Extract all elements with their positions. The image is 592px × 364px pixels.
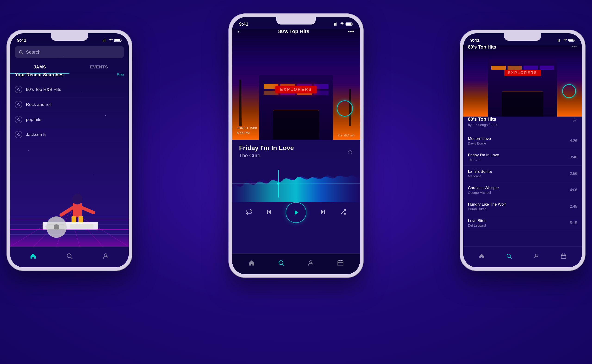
svg-rect-6 (115, 39, 120, 41)
track-artist-5: Def Leppard (468, 224, 570, 227)
track-item-2[interactable]: La Isla Bonita Madonna 2:56 (463, 166, 582, 182)
track-item-3[interactable]: Careless Whisper George Michael 4:06 (463, 182, 582, 198)
more-button-center[interactable]: ••• (348, 29, 354, 34)
track-duration-3: 4:06 (570, 188, 577, 192)
recent-header: Your Recent Searches See (15, 72, 124, 78)
phone-right: 9:41 80's Top Hits ••• (460, 30, 585, 271)
dj-illustration (10, 150, 129, 247)
playlist-info: 80's Top Hits by F • Songs / 2020 (468, 117, 577, 127)
next-button[interactable] (320, 208, 326, 217)
search-placeholder: Search (26, 50, 40, 55)
svg-marker-60 (321, 209, 324, 214)
back-button[interactable]: ‹ (238, 28, 240, 35)
status-time-right: 9:41 (470, 38, 480, 43)
svg-line-15 (19, 120, 20, 121)
search-item-1[interactable]: Rock and roll (15, 97, 124, 112)
svg-point-4 (110, 40, 111, 41)
phone-center: 9:41 ‹ 80's Top Hits ••• (229, 14, 363, 278)
nav-home-right[interactable] (477, 252, 486, 260)
nav-home-left[interactable] (29, 252, 37, 260)
svg-rect-30 (73, 203, 82, 217)
nav-search-center[interactable] (277, 259, 285, 267)
svg-rect-71 (558, 39, 559, 42)
now-playing-header: Friday I'm In Love The Cure ☆ (239, 144, 353, 159)
track-name-3: Careless Whisper (468, 186, 570, 190)
track-info-4: Hungry Like The Wolf Duran Duran (468, 202, 570, 211)
svg-point-66 (310, 261, 312, 263)
shuffle-button[interactable] (340, 208, 346, 217)
bottom-nav-left (10, 247, 129, 267)
track-name-1: Friday I'm In Love (468, 153, 570, 157)
header-title-center: 80's Top Hits (278, 28, 309, 34)
track-item-0[interactable]: Modern Love David Bowie 4:26 (463, 133, 582, 149)
nav-calendar-center[interactable] (336, 259, 345, 267)
svg-line-35 (82, 208, 93, 213)
album-art-center: EXPLORERS JUN 21 1988 8:55 PM The Midnig… (232, 29, 360, 140)
track-duration-4: 2:45 (570, 204, 577, 208)
track-info-0: Modern Love David Bowie (468, 136, 570, 145)
svg-rect-77 (574, 39, 575, 41)
nav-profile-left[interactable] (102, 252, 110, 260)
svg-marker-59 (295, 210, 299, 215)
top-bar-center: ‹ 80's Top Hits ••• (232, 28, 360, 35)
search-item-3[interactable]: Jackson 5 (15, 127, 124, 142)
svg-line-11 (19, 90, 20, 91)
playlist-name: 80's Top Hits (468, 117, 496, 122)
svg-line-79 (510, 257, 512, 258)
svg-line-13 (19, 105, 20, 106)
status-icons-left (103, 39, 122, 42)
svg-point-80 (535, 254, 537, 256)
search-item-text-2: pop hits (26, 117, 41, 122)
track-item-4[interactable]: Hungry Like The Wolf Duran Duran 2:45 (463, 198, 582, 215)
svg-point-74 (565, 40, 565, 41)
svg-rect-73 (559, 39, 560, 42)
search-item-text-3: Jackson 5 (26, 132, 46, 137)
tab-events[interactable]: EVENTS (69, 61, 129, 74)
track-item-1[interactable]: Friday I'm In Love The Cure 3:40 (463, 149, 582, 166)
search-item-text-0: 80's Top R&B Hits (26, 87, 61, 92)
nav-home-center[interactable] (247, 259, 256, 267)
svg-rect-29 (10, 234, 129, 247)
track-artist-3: George Michael (468, 191, 570, 195)
tab-jams[interactable]: JAMS (10, 61, 69, 74)
svg-rect-38 (70, 224, 93, 228)
repeat-button[interactable] (246, 208, 252, 217)
search-bar[interactable]: Search (15, 46, 124, 58)
signature: The Midnight (338, 134, 355, 137)
nav-calendar-right[interactable] (559, 252, 568, 260)
search-item-icon-0 (15, 86, 22, 93)
track-item-5[interactable]: Love Bites Def Leppard 5:15 (463, 215, 582, 231)
notch-center (276, 17, 316, 25)
see-all-link[interactable]: See (117, 72, 124, 77)
nav-search-left[interactable] (65, 252, 74, 260)
svg-marker-57 (268, 209, 271, 214)
track-artist-2: Madonna (468, 174, 570, 178)
play-button[interactable] (286, 202, 306, 223)
status-icons-right (558, 39, 575, 42)
recent-title: Your Recent Searches (15, 72, 64, 78)
track-duration-0: 4:26 (570, 139, 577, 143)
nav-profile-right[interactable] (532, 252, 540, 260)
prev-button[interactable] (266, 208, 272, 217)
track-duration-5: 5:15 (570, 221, 577, 225)
nav-search-right[interactable] (505, 252, 513, 260)
track-name-4: Hungry Like The Wolf (468, 202, 570, 207)
search-item-2[interactable]: pop hits (15, 112, 124, 127)
search-item-icon-2 (15, 116, 22, 123)
search-item-icon-1 (15, 101, 22, 108)
svg-rect-3 (105, 39, 106, 42)
more-button-right[interactable]: ••• (571, 45, 577, 50)
svg-rect-58 (267, 209, 268, 214)
svg-line-9 (22, 53, 23, 54)
svg-rect-52 (346, 23, 352, 25)
status-time-center: 9:41 (239, 21, 248, 27)
track-info-5: Love Bites Def Leppard (468, 219, 570, 227)
playlist-sub: by F • Songs / 2020 (468, 123, 577, 127)
favorite-button[interactable]: ☆ (347, 148, 353, 156)
svg-rect-67 (338, 261, 343, 266)
search-item-text-1: Rock and roll (26, 102, 52, 107)
nav-profile-center[interactable] (307, 259, 315, 267)
track-artist-0: David Bowie (468, 142, 570, 145)
search-item-0[interactable]: 80's Top R&B Hits (15, 82, 124, 97)
track-duration-2: 2:56 (570, 172, 577, 176)
